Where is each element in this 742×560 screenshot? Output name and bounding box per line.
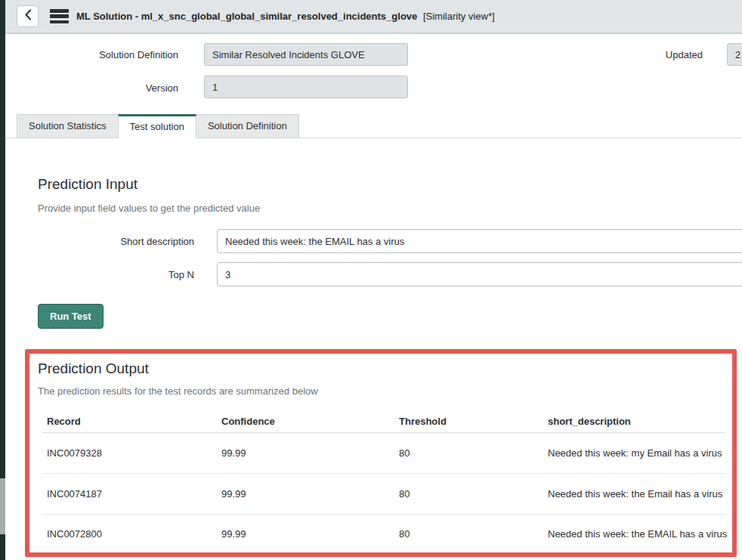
cell-record: INC0072800	[42, 528, 217, 540]
tab-solution-definition[interactable]: Solution Definition	[196, 114, 299, 138]
cell-threshold: 80	[394, 447, 543, 459]
record-tabs: Solution Statistics Test solution Soluti…	[17, 114, 298, 138]
cell-short-description: Needed this week: the Email has a virus	[543, 488, 726, 500]
short-description-input[interactable]	[217, 229, 742, 253]
tab-test-solution[interactable]: Test solution	[118, 114, 196, 138]
cell-record: INC0074187	[42, 488, 217, 500]
record-header-bar: ML Solution - ml_x_snc_global_global_sim…	[5, 0, 742, 34]
page-title-view: [Similarity view*]	[423, 11, 495, 22]
table-row: INC0074187 99.99 80 Needed this week: th…	[42, 474, 726, 515]
top-n-label: Top N	[43, 269, 194, 280]
prediction-output-title: Prediction Output	[38, 360, 149, 377]
cell-record: INC0079328	[42, 447, 217, 459]
updated-field[interactable]	[727, 43, 742, 66]
prediction-output-highlight-box: Prediction Output The prediction results…	[25, 349, 737, 557]
run-test-button[interactable]: Run Test	[38, 304, 104, 329]
page-title: ML Solution - ml_x_snc_global_global_sim…	[76, 11, 495, 22]
col-header-threshold: Threshold	[394, 416, 543, 427]
cell-threshold: 80	[394, 488, 543, 500]
prediction-output-subtitle: The prediction results for the test reco…	[38, 385, 318, 397]
chevron-left-icon	[24, 9, 32, 23]
prediction-input-title: Prediction Input	[38, 176, 138, 193]
version-label: Version	[27, 82, 178, 94]
solution-definition-field[interactable]	[204, 43, 408, 66]
top-n-input[interactable]	[217, 262, 742, 286]
cell-confidence: 99.99	[217, 447, 394, 459]
short-description-label: Short description	[43, 236, 194, 247]
cell-short-description: Needed this week: the EMAIL has a virus	[543, 528, 727, 540]
prediction-input-subtitle: Provide input field values to get the pr…	[38, 203, 260, 214]
tab-solution-statistics[interactable]: Solution Statistics	[17, 114, 119, 138]
nav-scrollbar-thumb[interactable]	[0, 478, 5, 534]
updated-label: Updated	[597, 49, 703, 60]
table-row: INC0072800 99.99 80 Needed this week: th…	[42, 515, 726, 552]
back-button[interactable]	[17, 5, 39, 27]
cell-confidence: 99.99	[217, 528, 394, 540]
hamburger-menu-icon[interactable]	[50, 9, 69, 23]
col-header-confidence: Confidence	[217, 416, 394, 427]
col-header-short-description: short_description	[543, 416, 726, 427]
solution-definition-label: Solution Definition	[27, 49, 178, 60]
col-header-record: Record	[42, 416, 217, 427]
version-field[interactable]	[204, 76, 408, 98]
cell-threshold: 80	[394, 528, 543, 540]
table-header-row: Record Confidence Threshold short_descri…	[42, 410, 726, 433]
table-row: INC0079328 99.99 80 Needed this week: my…	[42, 433, 726, 474]
cell-short-description: Needed this week: my Email has a virus	[543, 447, 726, 459]
page-title-record: ML Solution - ml_x_snc_global_global_sim…	[76, 11, 417, 22]
collapsed-nav-strip[interactable]	[0, 0, 5, 560]
prediction-results-table: Record Confidence Threshold short_descri…	[42, 410, 726, 552]
cell-confidence: 99.99	[217, 488, 394, 500]
ml-solution-page: { "header": { "title_bold": "ML Solution…	[0, 0, 742, 560]
